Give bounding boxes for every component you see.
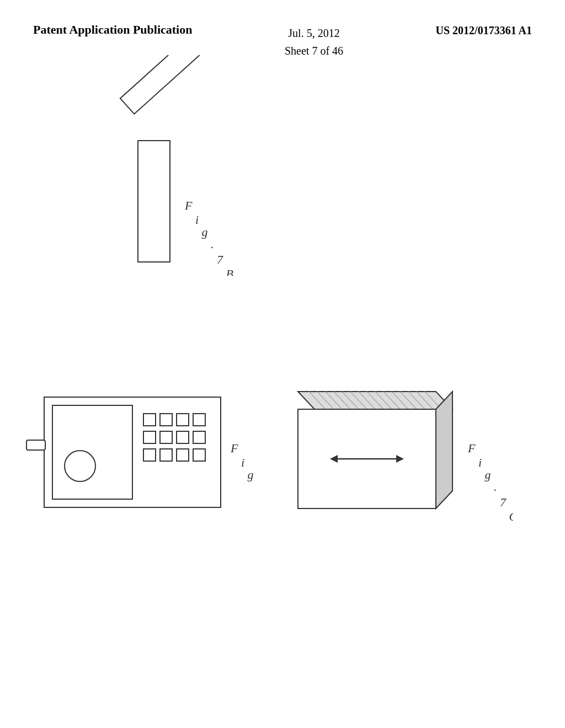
svg-rect-7 — [143, 414, 156, 426]
svg-rect-16 — [160, 449, 172, 461]
sheet-info: Sheet 7 of 46 — [285, 42, 343, 60]
svg-rect-0 — [120, 55, 200, 114]
svg-rect-10 — [193, 414, 205, 426]
svg-rect-1 — [138, 141, 170, 262]
svg-rect-15 — [143, 449, 156, 461]
svg-text:F
    i
    g
    .
    7
    : F i g . 7 B — [184, 199, 233, 276]
svg-point-6 — [65, 451, 95, 481]
svg-rect-9 — [177, 414, 189, 426]
fig7a-diagram: F i g . 7 A — [22, 386, 254, 524]
svg-rect-4 — [26, 440, 45, 450]
svg-rect-18 — [193, 449, 205, 461]
svg-rect-14 — [193, 431, 205, 443]
svg-rect-17 — [177, 449, 189, 461]
publication-title: Patent Application Publication — [33, 22, 192, 38]
svg-rect-12 — [160, 431, 172, 443]
svg-rect-13 — [177, 431, 189, 443]
svg-rect-5 — [52, 405, 132, 499]
fig7c-diagram: F i g . 7 C — [281, 386, 513, 529]
fig7b-diagram: F i g . 7 B — [83, 55, 237, 276]
svg-marker-38 — [436, 392, 452, 508]
header-center: Jul. 5, 2012 Sheet 7 of 46 — [285, 22, 343, 60]
svg-rect-8 — [160, 414, 172, 426]
svg-rect-11 — [143, 431, 156, 443]
svg-text:F
    i
    g
    .
    7
    : F i g . 7 C — [467, 441, 513, 523]
svg-text:F
    i
    g
    .
    7
    : F i g . 7 A — [230, 441, 254, 523]
publication-date: Jul. 5, 2012 — [285, 24, 343, 42]
patent-number: US 2012/0173361 A1 — [436, 22, 532, 37]
